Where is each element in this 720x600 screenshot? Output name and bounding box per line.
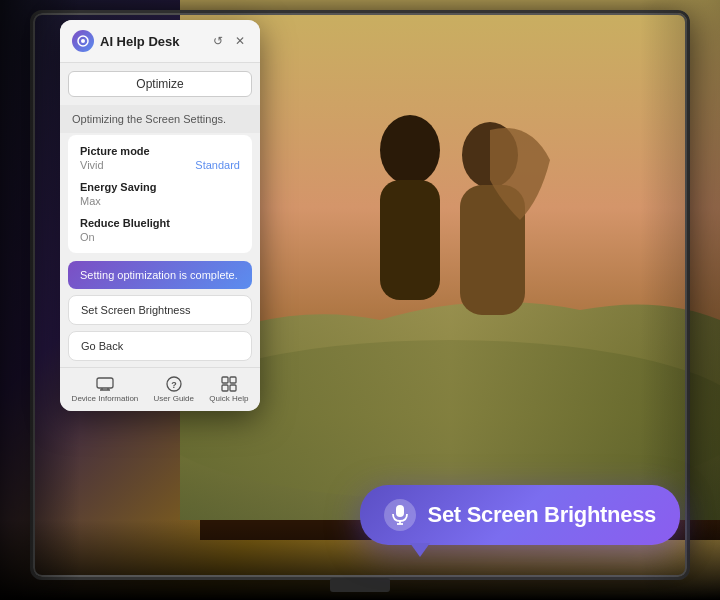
picture-mode-recommended: Standard	[195, 159, 240, 171]
question-icon: ?	[164, 376, 184, 392]
optimization-complete-text: Setting optimization is complete.	[80, 269, 238, 281]
optimizing-status: Optimizing the Screen Settings.	[60, 105, 260, 133]
setting-row-energy-saving: Energy Saving Max	[80, 181, 240, 207]
refresh-button[interactable]: ↺	[210, 33, 226, 49]
panel-header: AI Help Desk ↺ ✕	[60, 20, 260, 63]
nav-label-quick-help: Quick Help	[209, 394, 248, 403]
svg-rect-15	[230, 377, 236, 383]
nav-item-quick-help[interactable]: Quick Help	[209, 376, 248, 403]
tv-stand	[330, 578, 390, 592]
setting-label-picture-mode: Picture mode	[80, 145, 240, 157]
setting-row-reduce-bluelight: Reduce Bluelight On	[80, 217, 240, 243]
voice-command-bubble: Set Screen Brightness	[360, 485, 680, 545]
optimize-button[interactable]: Optimize	[68, 71, 252, 97]
monitor-icon	[95, 376, 115, 392]
svg-rect-17	[230, 385, 236, 391]
svg-point-7	[81, 39, 85, 43]
nav-label-user-guide: User Guide	[154, 394, 194, 403]
setting-label-reduce-bluelight: Reduce Bluelight	[80, 217, 240, 229]
svg-text:?: ?	[171, 380, 177, 390]
setting-value-picture-mode: Vivid Standard	[80, 159, 240, 171]
set-screen-brightness-button[interactable]: Set Screen Brightness	[68, 295, 252, 325]
svg-rect-18	[396, 505, 404, 517]
panel-header-left: AI Help Desk	[72, 30, 179, 52]
ai-helpdesk-panel: AI Help Desk ↺ ✕ Optimize Optimizing the…	[60, 20, 260, 411]
nav-item-user-guide[interactable]: ? User Guide	[154, 376, 194, 403]
setting-label-energy-saving: Energy Saving	[80, 181, 240, 193]
panel-title: AI Help Desk	[100, 34, 179, 49]
svg-rect-8	[97, 378, 113, 388]
close-button[interactable]: ✕	[232, 33, 248, 49]
set-brightness-label: Set Screen Brightness	[81, 304, 190, 316]
picture-mode-current: Vivid	[80, 159, 104, 171]
go-back-button[interactable]: Go Back	[68, 331, 252, 361]
go-back-label: Go Back	[81, 340, 123, 352]
nav-item-device-info[interactable]: Device Information	[72, 376, 139, 403]
setting-value-energy-saving: Max	[80, 195, 240, 207]
grid-icon	[219, 376, 239, 392]
nav-label-device-info: Device Information	[72, 394, 139, 403]
voice-command-text: Set Screen Brightness	[428, 502, 656, 528]
ai-logo-icon	[72, 30, 94, 52]
setting-value-reduce-bluelight: On	[80, 231, 240, 243]
optimization-complete-banner: Setting optimization is complete.	[68, 261, 252, 289]
svg-rect-14	[222, 377, 228, 383]
reduce-bluelight-value: On	[80, 231, 95, 243]
optimizing-text: Optimizing the Screen Settings.	[72, 113, 226, 125]
settings-box: Picture mode Vivid Standard Energy Savin…	[68, 135, 252, 253]
panel-nav: Device Information ? User Guide Quick	[60, 367, 260, 411]
svg-rect-16	[222, 385, 228, 391]
panel-controls: ↺ ✕	[210, 33, 248, 49]
microphone-icon	[384, 499, 416, 531]
setting-row-picture-mode: Picture mode Vivid Standard	[80, 145, 240, 171]
energy-saving-value: Max	[80, 195, 101, 207]
